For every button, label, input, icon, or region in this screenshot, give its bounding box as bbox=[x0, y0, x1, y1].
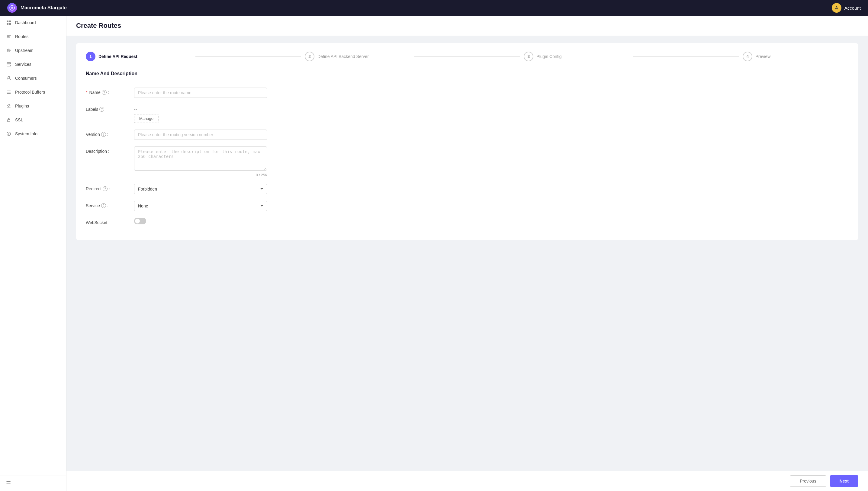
description-label: Description : bbox=[86, 146, 134, 154]
sidebar-item-plugins[interactable]: Plugins bbox=[0, 99, 66, 113]
account-avatar: A bbox=[832, 3, 841, 13]
svg-point-2 bbox=[11, 7, 13, 8]
account-label: Account bbox=[844, 5, 861, 10]
version-field-wrapper bbox=[134, 129, 267, 140]
svg-rect-13 bbox=[7, 93, 10, 94]
labels-value: -- bbox=[134, 105, 267, 112]
sidebar-item-protocol-buffers[interactable]: Protocol Buffers bbox=[0, 85, 66, 99]
nav-account[interactable]: A Account bbox=[832, 3, 861, 13]
redirect-help-icon[interactable]: ? bbox=[103, 186, 108, 191]
redirect-field-row: Redirect ? : Forbidden 301 302 bbox=[86, 184, 849, 194]
top-navigation: Macrometa Stargate A Account bbox=[0, 0, 868, 16]
description-input[interactable] bbox=[134, 146, 267, 171]
services-icon bbox=[6, 62, 11, 67]
version-label: Version ? : bbox=[86, 129, 134, 137]
step-1: 1 Define API Request bbox=[86, 52, 192, 61]
step-3-label: Plugin Config bbox=[537, 54, 561, 59]
svg-rect-8 bbox=[7, 62, 10, 64]
svg-rect-14 bbox=[7, 120, 10, 122]
sidebar-collapse-btn[interactable]: ☰ bbox=[0, 475, 66, 491]
step-2-circle: 2 bbox=[305, 52, 314, 61]
step-2: 2 Define API Backend Server bbox=[305, 52, 411, 61]
svg-point-10 bbox=[8, 77, 10, 78]
version-input[interactable] bbox=[134, 129, 267, 140]
sidebar-label-dashboard: Dashboard bbox=[15, 20, 36, 25]
service-help-icon[interactable]: ? bbox=[101, 203, 106, 208]
svg-rect-4 bbox=[9, 21, 11, 22]
step-4: 4 Preview bbox=[743, 52, 849, 61]
sidebar-label-services: Services bbox=[15, 62, 31, 67]
collapse-icon: ☰ bbox=[6, 481, 11, 487]
app-title: Macrometa Stargate bbox=[21, 5, 67, 10]
sidebar-item-dashboard[interactable]: Dashboard bbox=[0, 16, 66, 30]
dashboard-icon bbox=[6, 20, 11, 25]
redirect-field-wrapper: Forbidden 301 302 bbox=[134, 184, 267, 194]
step-connector-3 bbox=[633, 56, 739, 57]
version-help-icon[interactable]: ? bbox=[101, 132, 106, 137]
sidebar-item-upstream[interactable]: Upstream bbox=[0, 44, 66, 57]
app-logo bbox=[7, 3, 17, 13]
labels-field-row: Labels ? : -- Manage bbox=[86, 105, 849, 123]
char-count: 0 / 256 bbox=[134, 173, 267, 177]
form-footer: Previous Next bbox=[66, 471, 868, 491]
svg-rect-6 bbox=[9, 23, 11, 25]
websocket-toggle[interactable] bbox=[134, 218, 146, 224]
step-2-label: Define API Backend Server bbox=[317, 54, 369, 59]
sidebar-item-system-info[interactable]: System Info bbox=[0, 127, 66, 141]
svg-rect-5 bbox=[7, 23, 8, 25]
name-field-wrapper bbox=[134, 88, 267, 98]
routes-icon bbox=[6, 34, 11, 39]
step-3: 3 Plugin Config bbox=[524, 52, 630, 61]
svg-rect-12 bbox=[7, 92, 10, 92]
step-connector-1 bbox=[195, 56, 301, 57]
labels-label: Labels ? : bbox=[86, 105, 134, 112]
main-body: 1 Define API Request 2 Define API Backen… bbox=[66, 36, 868, 471]
sidebar-item-routes[interactable]: Routes bbox=[0, 30, 66, 44]
manage-button[interactable]: Manage bbox=[134, 114, 158, 123]
step-connector-2 bbox=[414, 56, 520, 57]
name-label: * Name ? : bbox=[86, 88, 134, 95]
service-select[interactable]: None bbox=[134, 201, 267, 211]
steps-indicator: 1 Define API Request 2 Define API Backen… bbox=[86, 52, 849, 61]
sidebar-label-plugins: Plugins bbox=[15, 104, 29, 108]
description-field-row: Description : 0 / 256 bbox=[86, 146, 849, 177]
redirect-label: Redirect ? : bbox=[86, 184, 134, 191]
sidebar-label-routes: Routes bbox=[15, 34, 28, 39]
step-4-label: Preview bbox=[755, 54, 771, 59]
step-1-circle: 1 bbox=[86, 52, 95, 61]
system-info-icon bbox=[6, 131, 11, 137]
sidebar-label-protocol-buffers: Protocol Buffers bbox=[15, 90, 45, 94]
description-field-wrapper: 0 / 256 bbox=[134, 146, 267, 177]
plugins-icon bbox=[6, 103, 11, 109]
labels-field-wrapper: -- Manage bbox=[134, 105, 267, 123]
upstream-icon bbox=[6, 48, 11, 53]
toggle-slider bbox=[134, 218, 146, 224]
name-input[interactable] bbox=[134, 88, 267, 98]
ssl-icon bbox=[6, 117, 11, 123]
sidebar-item-services[interactable]: Services bbox=[0, 57, 66, 71]
step-1-label: Define API Request bbox=[98, 54, 138, 59]
protocol-buffers-icon bbox=[6, 89, 11, 95]
svg-rect-9 bbox=[7, 65, 10, 66]
name-help-icon[interactable]: ? bbox=[102, 90, 107, 95]
redirect-select[interactable]: Forbidden 301 302 bbox=[134, 184, 267, 194]
sidebar-label-consumers: Consumers bbox=[15, 76, 37, 81]
sidebar-item-consumers[interactable]: Consumers bbox=[0, 71, 66, 85]
sidebar: Dashboard Routes Upstream bbox=[0, 16, 66, 491]
previous-button[interactable]: Previous bbox=[790, 475, 826, 487]
sidebar-label-ssl: SSL bbox=[15, 117, 23, 122]
page-header: Create Routes bbox=[66, 16, 868, 36]
sidebar-item-ssl[interactable]: SSL bbox=[0, 113, 66, 127]
labels-help-icon[interactable]: ? bbox=[99, 107, 104, 112]
service-field-wrapper: None bbox=[134, 201, 267, 211]
name-field-row: * Name ? : bbox=[86, 88, 849, 98]
page-title: Create Routes bbox=[76, 22, 858, 30]
main-panel: Create Routes 1 Define API Request 2 bbox=[66, 16, 868, 491]
sidebar-label-system-info: System Info bbox=[15, 132, 37, 136]
next-button[interactable]: Next bbox=[830, 475, 858, 487]
service-label: Service ? : bbox=[86, 201, 134, 208]
service-field-row: Service ? : None bbox=[86, 201, 849, 211]
step-3-circle: 3 bbox=[524, 52, 533, 61]
svg-rect-3 bbox=[7, 21, 8, 22]
websocket-toggle-wrapper bbox=[134, 218, 267, 224]
